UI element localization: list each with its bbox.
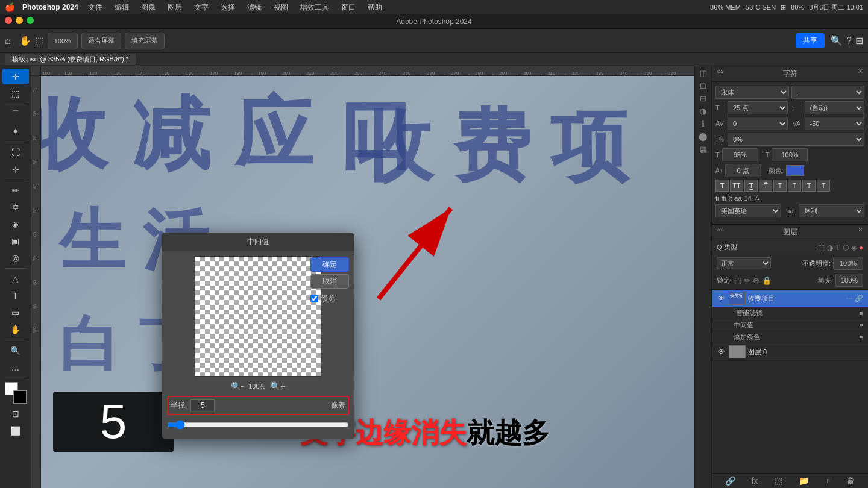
cancel-button[interactable]: 取消 bbox=[310, 274, 349, 289]
fit-screen-button[interactable]: 适合屏幕 bbox=[81, 33, 121, 49]
brush-tool[interactable]: ✏ bbox=[2, 183, 29, 198]
crop-tool[interactable]: ⛶ bbox=[2, 145, 29, 160]
search-icon[interactable]: 🔍 bbox=[831, 35, 843, 46]
help-icon[interactable]: ? bbox=[846, 36, 852, 46]
menu-filter[interactable]: 滤镜 bbox=[242, 2, 266, 13]
underline-button[interactable]: T̲ bbox=[744, 180, 758, 192]
zoom-input[interactable]: 100% bbox=[48, 33, 78, 49]
gradient-tool[interactable]: ▣ bbox=[2, 233, 29, 249]
menu-plugins[interactable]: 增效工具 bbox=[295, 2, 334, 13]
shape-tool[interactable]: ▭ bbox=[2, 305, 29, 321]
font-size-select[interactable]: 25 点 bbox=[728, 101, 788, 114]
expand-char-panel[interactable]: «» bbox=[717, 67, 724, 75]
adjustments-panel-icon[interactable]: ◑ bbox=[700, 107, 706, 116]
custom-tool[interactable]: … bbox=[2, 360, 29, 375]
sub-layer-add-noise[interactable]: 添加杂色 ≡ bbox=[712, 331, 868, 343]
swatches-panel-icon[interactable]: ▦ bbox=[700, 145, 707, 154]
layer-item-shoufeixiangmu[interactable]: 👁 收费项 收费项目 ⋯ 🔗 bbox=[712, 290, 868, 307]
color-swatch[interactable] bbox=[786, 165, 804, 176]
hand-tool-panel[interactable]: ✋ bbox=[2, 322, 29, 337]
filter-pixel-icon[interactable]: ⬚ bbox=[818, 243, 825, 252]
lasso-tool[interactable]: ⌒ bbox=[2, 107, 29, 122]
info-panel-icon[interactable]: ℹ bbox=[702, 119, 705, 128]
close-button[interactable] bbox=[5, 17, 12, 24]
filter-adjustment-icon[interactable]: ◑ bbox=[827, 243, 833, 252]
maximize-button[interactable] bbox=[27, 17, 34, 24]
eraser-tool[interactable]: ◈ bbox=[2, 216, 29, 232]
active-tab[interactable]: 模板.psd @ 335% (收费项目, RGB/8*) * bbox=[5, 54, 136, 65]
lock-art-icon[interactable]: ⊕ bbox=[753, 276, 760, 285]
leading-select[interactable]: (自动) bbox=[805, 101, 865, 114]
preview-checkbox[interactable] bbox=[310, 295, 318, 302]
radius-input[interactable] bbox=[190, 399, 215, 411]
slice-tool[interactable]: ⊹ bbox=[2, 161, 29, 177]
transform-icon[interactable]: ⬚ bbox=[35, 35, 44, 46]
layer-visibility-layer0[interactable]: 👁 bbox=[717, 347, 726, 357]
properties-panel-icon[interactable]: ⊡ bbox=[700, 81, 706, 90]
aa-method-select[interactable]: 犀利 bbox=[799, 204, 864, 217]
lock-pixels-icon[interactable]: ⬚ bbox=[734, 276, 741, 285]
stamp-tool[interactable]: ✡ bbox=[2, 199, 29, 215]
tracking-select[interactable]: -50 bbox=[805, 117, 865, 130]
menu-layer[interactable]: 图层 bbox=[163, 2, 187, 13]
scale-h-input[interactable] bbox=[722, 148, 758, 161]
confirm-button[interactable]: 确定 bbox=[310, 257, 349, 272]
share-button[interactable]: 共享 bbox=[796, 33, 825, 48]
link-layers-button[interactable]: 🔗 bbox=[725, 476, 735, 486]
layer-item-layer0[interactable]: 👁 图层 0 bbox=[712, 343, 868, 361]
menu-file[interactable]: 文件 bbox=[83, 2, 107, 13]
delete-layer-button[interactable]: 🗑 bbox=[846, 476, 855, 486]
sub-layer-smart-filters[interactable]: 智能滤镜 ≡ bbox=[712, 307, 868, 319]
apple-icon[interactable]: 🍎 bbox=[5, 2, 15, 12]
history-panel-icon[interactable]: ◫ bbox=[700, 69, 707, 78]
radius-slider[interactable] bbox=[167, 420, 349, 430]
color-panel-icon[interactable]: ⬤ bbox=[699, 132, 708, 141]
menu-edit[interactable]: 编辑 bbox=[110, 2, 134, 13]
close-char-panel[interactable]: ✕ bbox=[858, 67, 863, 75]
menu-help[interactable]: 帮助 bbox=[363, 2, 387, 13]
new-layer-button[interactable]: + bbox=[825, 476, 830, 486]
color-swatches[interactable] bbox=[5, 382, 27, 404]
scale-v-select[interactable]: 0% bbox=[728, 133, 864, 146]
fill-screen-button[interactable]: 填充屏幕 bbox=[125, 33, 165, 49]
sub-layer-median[interactable]: 中间值 ≡ bbox=[712, 319, 868, 331]
minimize-button[interactable] bbox=[16, 17, 23, 24]
font-family-select[interactable]: 宋体 bbox=[715, 86, 789, 99]
panels-icon[interactable]: ⊟ bbox=[855, 35, 863, 46]
bold-button[interactable]: T bbox=[715, 180, 729, 192]
language-select[interactable]: 美国英语 bbox=[715, 204, 781, 217]
menu-window[interactable]: 窗口 bbox=[336, 2, 360, 13]
lock-position-icon[interactable]: ✏ bbox=[744, 276, 750, 285]
add-mask-button[interactable]: ⬚ bbox=[775, 476, 782, 486]
filter-shape-icon[interactable]: ⬡ bbox=[843, 243, 849, 252]
baseline-input[interactable] bbox=[725, 164, 761, 177]
menu-view[interactable]: 视图 bbox=[269, 2, 293, 13]
filter-active-icon[interactable]: ● bbox=[859, 243, 863, 252]
expand-layers-panel[interactable]: «» bbox=[717, 226, 724, 233]
layer-visibility-shoufeixiangmu[interactable]: 👁 bbox=[717, 293, 726, 303]
font-style-select[interactable]: - bbox=[791, 86, 865, 99]
zoom-out-icon[interactable]: 🔍- bbox=[231, 381, 244, 391]
new-group-button[interactable]: 📁 bbox=[799, 476, 809, 486]
smallcaps-button[interactable]: T bbox=[817, 180, 830, 192]
add-style-button[interactable]: fx bbox=[752, 476, 758, 486]
allcaps-button[interactable]: T bbox=[802, 180, 816, 192]
filter-smart-icon[interactable]: ◈ bbox=[851, 243, 857, 252]
subscript-button[interactable]: T bbox=[788, 180, 801, 192]
opacity-input[interactable] bbox=[833, 257, 863, 270]
smart-filters-options[interactable]: ≡ bbox=[860, 310, 863, 317]
magic-wand-tool[interactable]: ✦ bbox=[2, 124, 29, 139]
libraries-panel-icon[interactable]: ⊞ bbox=[700, 94, 706, 103]
layer-options-icon[interactable]: ⋯ bbox=[846, 295, 852, 302]
fill-input[interactable] bbox=[835, 274, 863, 287]
hand-tool[interactable]: ✋ bbox=[19, 35, 31, 46]
mask-toggle[interactable]: ⊡ bbox=[2, 406, 29, 422]
median-layer-options[interactable]: ≡ bbox=[860, 322, 863, 329]
lock-all-icon[interactable]: 🔒 bbox=[762, 276, 772, 285]
background-color[interactable] bbox=[13, 390, 27, 404]
close-layers-panel[interactable]: ✕ bbox=[858, 226, 863, 234]
blend-mode-select[interactable]: 正常 bbox=[717, 257, 771, 269]
italic-button[interactable]: TT bbox=[730, 180, 743, 192]
menu-image[interactable]: 图像 bbox=[136, 2, 160, 13]
menu-text[interactable]: 文字 bbox=[189, 2, 213, 13]
